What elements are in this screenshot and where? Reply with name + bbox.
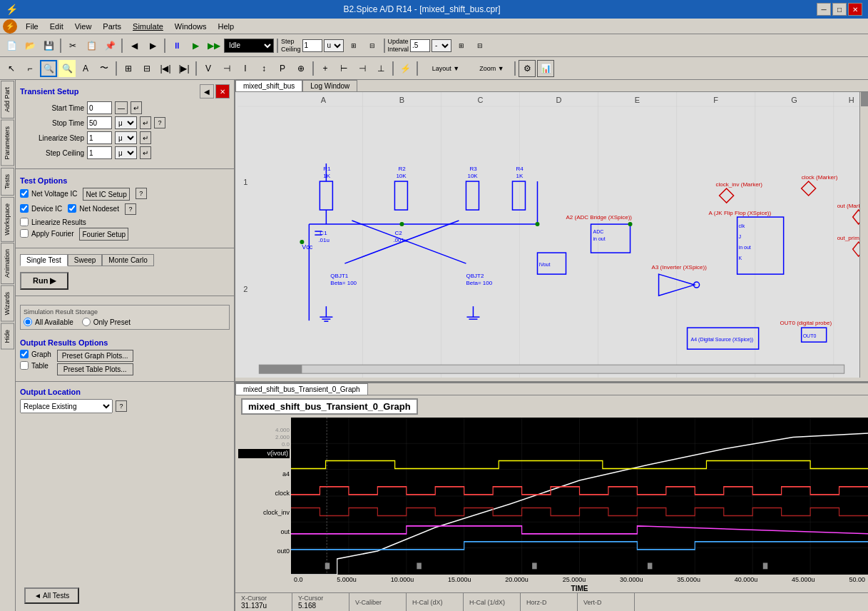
paste-btn[interactable]: 📌 [101,37,118,54]
linearize-step-input[interactable] [87,131,112,144]
net-nodeset-check[interactable] [68,204,76,213]
menu-edit[interactable]: Edit [44,21,69,32]
graph-tab-main[interactable]: mixed_shift_bus_Transient_0_Graph [235,383,368,395]
zoom-tool[interactable]: 🔍 [40,60,57,77]
menu-windows[interactable]: Windows [169,21,213,32]
sidebar-tab-wizards[interactable]: Wizards [1,286,14,322]
marker1-tool[interactable]: |◀| [157,60,174,77]
menu-simulate[interactable]: Simulate [127,21,169,32]
v-tool[interactable]: V [200,60,217,77]
menu-help[interactable]: Help [212,21,240,32]
step-adj-btn[interactable]: ⊟ [364,37,381,54]
p-tool[interactable]: P [274,60,291,77]
menu-view[interactable]: View [69,21,98,32]
schematic-tab-main[interactable]: mixed_shift_bus [235,80,302,91]
start-time-enter-btn[interactable]: ↵ [131,101,142,114]
update-interval-unit[interactable]: - [432,39,451,52]
pause-btn[interactable]: ⏸ [168,37,185,54]
step-btn[interactable]: ▶ [187,37,204,54]
zoom-dropdown[interactable]: Zoom ▼ [472,60,511,77]
flip-tool[interactable]: ⊥ [372,60,389,77]
stop-time-enter-btn[interactable]: ↵ [140,116,151,129]
linearize-step-enter-btn[interactable]: ↵ [140,131,151,144]
status-select[interactable]: Idle [224,39,274,53]
output-location-help[interactable]: ? [116,400,127,412]
open-btn[interactable]: 📂 [21,37,39,54]
update-adj-btn[interactable]: ⊟ [471,37,489,54]
nodeset-help[interactable]: ? [125,203,136,215]
maximize-button[interactable]: □ [832,3,847,16]
start-time-dash-btn[interactable]: — [115,101,128,114]
net-ic-help[interactable]: ? [136,188,147,199]
dist-tool[interactable]: ⊣ [354,60,371,77]
minimize-button[interactable]: ─ [817,3,831,16]
single-test-tab[interactable]: Single Test [20,254,68,266]
sidebar-tab-workspace[interactable]: Workspace [1,197,14,242]
new-btn[interactable]: 📄 [3,37,20,54]
close-button[interactable]: ✕ [848,3,862,16]
snap-tool[interactable]: ⊟ [138,60,155,77]
net-ic-setup-btn[interactable]: Net IC Setup [83,188,129,201]
waveform-btn[interactable]: 📊 [537,60,554,77]
sidebar-tab-hide[interactable]: Hide [1,323,14,350]
schematic-scrollbar-v[interactable] [859,92,868,378]
schematic-tab-log[interactable]: Log Window [302,80,357,91]
fwd-btn[interactable]: ▶ [144,37,161,54]
linearize-step-unit[interactable]: μm [115,131,137,144]
graph-check[interactable] [20,350,29,358]
update-grid-btn[interactable]: ⊞ [453,37,470,54]
sidebar-tab-parameters[interactable]: Parameters [1,120,14,166]
step-ceiling-enter-btn[interactable]: ↵ [140,146,151,159]
schematic-canvas[interactable]: A B C D E F G H 1 2 [235,92,868,378]
only-preset-radio[interactable] [82,318,91,326]
save-btn[interactable]: 💾 [40,37,57,54]
h-tool[interactable]: ⊣ [218,60,235,77]
output-location-select[interactable]: Replace Existing [20,399,113,413]
stop-time-unit[interactable]: μmn [115,116,137,129]
run-btn[interactable]: ▶▶ [205,37,223,54]
wave-tool[interactable]: 〜 [96,60,113,77]
zoom-in-tool[interactable]: 🔍 [58,60,76,77]
cut-btn[interactable]: ✂ [64,37,81,54]
menu-file[interactable]: File [20,21,44,32]
step-ceiling-unit[interactable]: u [324,39,344,52]
apply-fourier-check[interactable] [20,229,29,238]
monte-carlo-tab[interactable]: Monte Carlo [102,254,153,266]
sidebar-tab-tests[interactable]: Tests [1,168,14,196]
wire-tool[interactable]: ⚡ [397,60,414,77]
copy-btn[interactable]: 📋 [83,37,100,54]
back-btn[interactable]: ◀ [126,37,143,54]
select-tool[interactable]: ↖ [3,60,20,77]
step-ceiling-form-input[interactable] [87,146,112,159]
step-grid-btn[interactable]: ⊞ [345,37,362,54]
layout-dropdown[interactable]: Layout ▼ [421,60,471,77]
probe-tool[interactable]: ⊕ [292,60,310,77]
graph-canvas[interactable] [291,418,868,575]
all-available-radio[interactable] [24,318,32,326]
linearize-results-check[interactable] [20,218,29,226]
add-tool[interactable]: + [317,60,334,77]
fourier-setup-btn[interactable]: Fourier Setup [79,228,128,241]
setup-back-btn[interactable]: ◀ [200,84,214,99]
arrow-tool[interactable]: ↕ [255,60,272,77]
step-ceiling-form-unit[interactable]: μm [115,146,137,159]
stop-time-input[interactable] [87,116,112,129]
preset-table-btn[interactable]: Preset Table Plots... [57,363,133,375]
line-tool[interactable]: ⌐ [21,60,39,77]
sidebar-tab-animation[interactable]: Animation [1,243,14,284]
marker2-tool[interactable]: |▶| [175,60,193,77]
all-tests-btn[interactable]: ◄ All Tests [24,587,79,604]
run-simulation-btn[interactable]: Run ▶ [20,272,68,290]
sidebar-tab-add-part[interactable]: Add Part [1,81,14,118]
menu-parts[interactable]: Parts [97,21,127,32]
net-voltage-ic-check[interactable] [20,189,29,198]
device-ic-check[interactable] [20,204,29,213]
setup-close-btn[interactable]: ✕ [215,84,230,99]
stop-time-help[interactable]: ? [154,117,165,128]
grid-tool[interactable]: ⊞ [120,60,137,77]
preset-graph-btn[interactable]: Preset Graph Plots... [57,350,133,362]
align-tool[interactable]: ⊢ [335,60,352,77]
sim-setup-btn[interactable]: ⚙ [519,60,536,77]
step-ceiling-input[interactable]: 1 [302,39,322,52]
i-tool[interactable]: I [237,60,254,77]
